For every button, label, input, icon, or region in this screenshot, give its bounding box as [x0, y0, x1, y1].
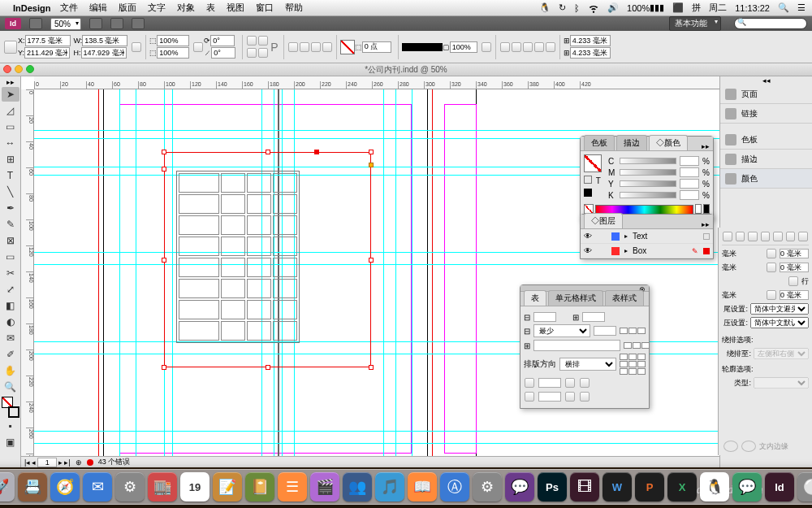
table-styles-tab[interactable]: 表样式 [605, 290, 644, 306]
menubar-penguin-icon[interactable]: 🐧 [539, 2, 551, 13]
h-field[interactable]: H: [74, 47, 128, 59]
table-object[interactable] [176, 171, 300, 343]
dock-app-23[interactable]: 🐧 [700, 472, 729, 501]
cellh-field[interactable]: ⊞ [564, 47, 611, 59]
minimize-window-button[interactable] [15, 65, 23, 73]
align-center-icon[interactable] [736, 232, 745, 241]
dock-app-17[interactable]: 💬 [505, 472, 534, 501]
layer-name[interactable]: Box [633, 246, 646, 255]
flip-h-icon[interactable] [258, 36, 268, 46]
dock-app-10[interactable]: ☰ [278, 472, 307, 501]
magenta-slider[interactable] [620, 169, 676, 176]
yellow-slider[interactable] [620, 180, 676, 187]
rotate-cw-icon[interactable] [247, 36, 257, 46]
type-tool[interactable]: T [2, 168, 19, 183]
zoom-window-button[interactable] [26, 65, 34, 73]
inset-top-input[interactable] [538, 378, 561, 388]
text-rotate-180-icon[interactable] [565, 392, 575, 402]
color-fill-stroke-icon[interactable] [584, 154, 602, 172]
text-wrap-next-icon[interactable] [546, 42, 555, 52]
scale-y-field[interactable]: ⬚ [149, 47, 189, 59]
color-tab-stroke[interactable]: 描边 [616, 135, 647, 150]
panel-collapse-icon[interactable]: ▸▸ [702, 142, 710, 150]
layer-visibility-icon[interactable]: 👁 [584, 232, 594, 241]
page-tool[interactable]: ▭ [2, 119, 19, 134]
volume-icon[interactable]: 🔊 [607, 2, 619, 13]
dock-app-20[interactable]: W [603, 472, 632, 501]
table-tab[interactable]: 表 [524, 290, 546, 306]
last-line-indent-input[interactable] [780, 263, 809, 272]
menu-object[interactable]: 对象 [177, 2, 195, 14]
dock-app-21[interactable]: P [635, 472, 664, 501]
menu-type[interactable]: 文字 [148, 2, 166, 14]
notification-center-icon[interactable]: ☰ [797, 2, 806, 13]
stroke-style-select[interactable] [402, 43, 443, 51]
rectangle-frame-tool[interactable]: ⊠ [2, 233, 19, 248]
rectangle-tool[interactable]: ▭ [2, 250, 19, 264]
color-tab-swatches[interactable]: 色板 [584, 135, 615, 150]
justify-icon[interactable] [761, 232, 771, 241]
row-height-input[interactable] [594, 326, 616, 336]
rotate-ccw-icon[interactable] [247, 48, 257, 58]
app-name[interactable]: InDesign [13, 3, 50, 13]
rotate-field[interactable]: ⟳ [204, 35, 235, 46]
menu-window[interactable]: 窗口 [256, 2, 274, 14]
w-field[interactable]: W: [74, 35, 128, 46]
note-tool[interactable]: ✉ [2, 331, 19, 345]
ime-indicator-b[interactable]: 拼 [692, 2, 701, 14]
align-right-icon[interactable] [748, 232, 758, 241]
menu-layout[interactable]: 版面 [119, 2, 136, 14]
gap-tool[interactable]: ↔ [2, 136, 19, 150]
cell-align-top-icon[interactable] [620, 328, 646, 334]
dock-app-16[interactable]: ⚙ [473, 472, 502, 501]
reference-point-icon[interactable] [4, 41, 17, 54]
fill-stroke-swatch[interactable] [2, 397, 19, 418]
zoom-select[interactable]: 50% [50, 18, 81, 30]
black-input[interactable] [680, 190, 699, 200]
open-preflight-icon[interactable]: ⊕ [76, 458, 82, 467]
x-field[interactable]: X: [18, 35, 71, 46]
space-after-input[interactable] [780, 290, 809, 300]
pencil-tool[interactable]: ✎ [2, 217, 19, 232]
zoom-tool[interactable]: 🔍 [2, 380, 19, 394]
stroke-weight-field[interactable]: ⬚ [355, 41, 391, 53]
dock-app-1[interactable]: 🚀 [0, 472, 15, 501]
cell-align-grid-icon[interactable] [620, 354, 646, 375]
align-left-icon[interactable] [723, 232, 732, 241]
bridge-icon[interactable] [29, 18, 42, 29]
layer-visibility-icon[interactable]: 👁 [584, 246, 594, 255]
layer-row-text[interactable]: 👁 ▸ Text [581, 229, 713, 244]
fill-swatch[interactable] [340, 40, 355, 54]
dock-app-19[interactable]: 🎞 [570, 472, 599, 501]
text-wrap-shape-icon[interactable] [523, 42, 533, 52]
select-container-icon[interactable] [288, 42, 298, 52]
dock-app-25[interactable]: Id [765, 472, 794, 501]
contour-type-select[interactable] [754, 377, 809, 389]
inset-bottom-input[interactable] [538, 392, 561, 402]
text-rotate-270-icon[interactable] [580, 392, 590, 402]
bluetooth-icon[interactable]: ᛒ [574, 3, 580, 13]
dock-stroke[interactable]: 描边 [720, 150, 812, 169]
dock-app-6[interactable]: 🏬 [148, 472, 177, 501]
content-collector-tool[interactable]: ⊞ [2, 152, 19, 167]
first-page-button[interactable]: |◂ [24, 458, 30, 467]
workspace-select[interactable]: 基本功能 [669, 16, 721, 31]
layer-name[interactable]: Text [633, 232, 647, 241]
direct-selection-tool[interactable]: ◿ [2, 103, 19, 118]
layer-select-indicator[interactable] [703, 233, 710, 240]
horizontal-ruler[interactable]: 0204060801001201401601802002202402602803… [34, 76, 719, 89]
color-container-icon[interactable] [584, 176, 592, 184]
shear-field[interactable]: ⟋ [204, 47, 235, 59]
gradient-swatch-tool[interactable]: ◧ [2, 298, 19, 313]
constrain-wh-icon[interactable] [132, 42, 141, 52]
dock-app-9[interactable]: 📔 [245, 472, 274, 501]
arrange-docs-icon[interactable] [132, 18, 145, 29]
menu-table[interactable]: 表 [206, 2, 215, 14]
dock-app-3[interactable]: 🧭 [50, 472, 80, 501]
free-transform-tool[interactable]: ⤢ [2, 282, 19, 297]
layers-tab[interactable]: ◇图层 [584, 213, 623, 228]
dock-app-26[interactable]: ⚪ [797, 472, 812, 501]
text-wrap-none-icon[interactable] [500, 42, 510, 52]
flip-v-icon[interactable] [258, 48, 268, 58]
y-field[interactable]: Y: [18, 47, 71, 59]
